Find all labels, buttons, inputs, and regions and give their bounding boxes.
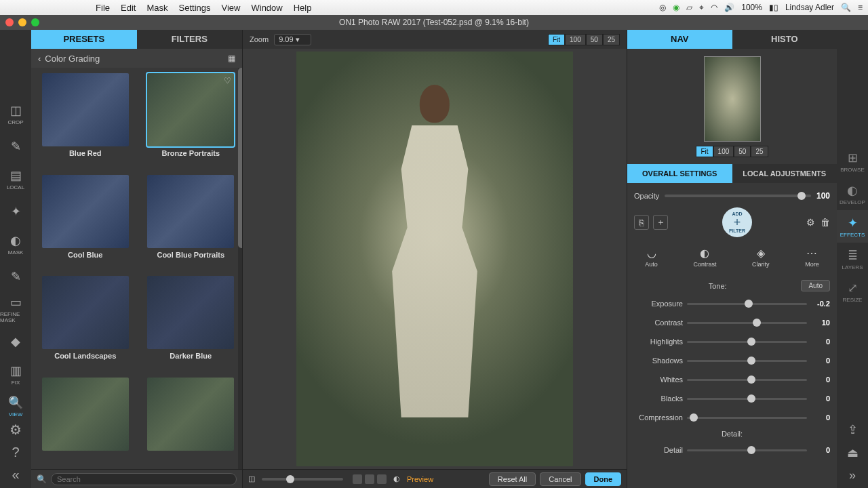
thumbnail-size-slider[interactable] (262, 478, 343, 481)
tool-LOCAL[interactable]: ▤LOCAL (0, 163, 31, 195)
tab-nav[interactable]: NAV (627, 30, 732, 49)
collapse-left-icon[interactable]: « (12, 467, 19, 483)
view-mode-icon[interactable] (377, 474, 387, 484)
tool-FIX[interactable]: ▥FIX (0, 358, 31, 390)
airplay-icon[interactable]: ▱ (686, 3, 692, 12)
cancel-button[interactable]: Cancel (540, 472, 580, 486)
zoom-25-button[interactable]: 25 (603, 34, 620, 45)
compare-icon[interactable]: ◫ (248, 474, 255, 483)
zoom-50-button[interactable]: 50 (586, 34, 603, 45)
blacks-slider[interactable] (687, 398, 807, 400)
breadcrumb[interactable]: ‹ Color Grading ▦ (31, 49, 242, 68)
add-icon[interactable]: ＋ (653, 215, 668, 230)
tool-REFINE MASK[interactable]: ▭REFINE MASK (0, 293, 31, 325)
wifi-icon[interactable]: ◠ (711, 3, 717, 12)
zoom-50-button[interactable]: 50 (734, 146, 751, 157)
add-filter-button[interactable]: ADD+FILTER (722, 207, 752, 237)
contrast-slider[interactable] (687, 322, 807, 324)
main-photo[interactable] (296, 52, 573, 466)
menu-mask[interactable]: Mask (146, 3, 167, 13)
module-develop[interactable]: ◐DEVELOP (837, 178, 868, 210)
status-icon[interactable]: ◎ (659, 3, 666, 12)
tab-local-adjustments[interactable]: LOCAL ADJUSTMENTS (732, 164, 837, 183)
zoom-fit-button[interactable]: Fit (548, 34, 565, 45)
tab-filters[interactable]: FILTERS (137, 30, 243, 49)
export-icon[interactable]: ⏏ (847, 445, 859, 460)
delete-icon[interactable]: 🗑 (821, 217, 830, 228)
search-input[interactable] (51, 473, 237, 485)
module-resize[interactable]: ⤢RESIZE (837, 275, 868, 308)
exposure-slider[interactable] (687, 303, 807, 305)
tool-edit[interactable]: ✎ (0, 130, 31, 163)
preset-item[interactable]: ♡Bronze Portraits (142, 73, 240, 174)
done-button[interactable]: Done (585, 472, 622, 486)
detail-slider[interactable] (687, 449, 807, 451)
menu-icon[interactable]: ≡ (858, 3, 863, 12)
highlights-slider[interactable] (687, 341, 807, 343)
preset-item[interactable]: Cool Blue Portraits (142, 175, 240, 275)
reset-all-button[interactable]: Reset All (489, 472, 536, 486)
export-icon[interactable]: ⎘ (634, 215, 649, 230)
help-icon[interactable]: ? (12, 445, 19, 460)
whites-slider[interactable] (687, 379, 807, 381)
shadows-slider[interactable] (687, 360, 807, 362)
preview-toggle[interactable]: Preview (407, 475, 433, 483)
settings-gear-icon[interactable]: ⚙ (9, 422, 22, 438)
quick-more[interactable]: ⋯More (805, 247, 819, 268)
menu-edit[interactable]: Edit (121, 3, 136, 13)
view-tool[interactable]: 🔍 VIEW (0, 390, 31, 422)
status-icon[interactable]: ◉ (673, 3, 679, 12)
tab-presets[interactable]: PRESETS (31, 30, 137, 49)
scrollbar[interactable] (238, 68, 242, 469)
menu-window[interactable]: Window (251, 3, 282, 13)
quick-clarity[interactable]: ◈Clarity (752, 247, 770, 268)
menu-view[interactable]: View (222, 3, 241, 13)
close-window-button[interactable] (5, 18, 14, 26)
filter-settings-icon[interactable]: ⚙ (806, 217, 815, 228)
zoom-100-button[interactable]: 100 (713, 146, 734, 157)
zoom-fit-button[interactable]: Fit (696, 146, 713, 157)
quick-auto[interactable]: ◡Auto (645, 247, 658, 268)
zoom-window-button[interactable] (31, 18, 39, 26)
volume-icon[interactable]: 🔊 (724, 3, 734, 12)
preset-item[interactable]: Cool Blue (37, 175, 134, 275)
share-icon[interactable]: ⇪ (848, 422, 858, 437)
grid-view-icon[interactable]: ▦ (228, 54, 235, 63)
tool-CROP[interactable]: ◫CROP (0, 98, 31, 130)
user-name[interactable]: Lindsay Adler (785, 3, 834, 12)
preset-item[interactable]: Darker Blue (142, 276, 240, 376)
menu-settings[interactable]: Settings (179, 3, 211, 13)
module-layers[interactable]: ≣LAYERS (837, 243, 868, 275)
tool-edit[interactable]: ✦ (0, 195, 31, 228)
quick-contrast[interactable]: ◐Contrast (693, 247, 716, 268)
module-browse[interactable]: ⊞BROWSE (837, 145, 868, 178)
tool-edit[interactable]: ◆ (0, 325, 31, 358)
preset-item[interactable] (37, 378, 134, 470)
preset-item[interactable] (142, 378, 240, 470)
mask-view-icon[interactable]: ◐ (393, 474, 400, 483)
preset-item[interactable]: Blue Red (37, 73, 134, 174)
zoom-select[interactable]: 9.09 ▾ (274, 34, 311, 45)
navigator-thumbnail[interactable] (704, 56, 761, 142)
tool-MASK[interactable]: ◐MASK (0, 228, 31, 260)
zoom-100-button[interactable]: 100 (565, 34, 586, 45)
tab-overall-settings[interactable]: OVERALL SETTINGS (627, 164, 732, 183)
view-mode-icon[interactable] (353, 474, 362, 484)
favorite-icon[interactable]: ♡ (224, 76, 231, 85)
back-chevron-icon[interactable]: ‹ (38, 54, 41, 64)
view-mode-icon[interactable] (365, 474, 374, 484)
preset-item[interactable]: Cool Landscapes (37, 276, 134, 376)
spotlight-icon[interactable]: 🔍 (841, 3, 851, 12)
compression-slider[interactable] (687, 417, 807, 419)
menu-help[interactable]: Help (294, 3, 312, 13)
minimize-window-button[interactable] (18, 18, 26, 26)
tone-auto-button[interactable]: Auto (801, 280, 830, 291)
menu-file[interactable]: File (96, 3, 110, 13)
tool-edit[interactable]: ✎ (0, 260, 31, 293)
module-effects[interactable]: ✦EFFECTS (837, 210, 868, 243)
collapse-right-icon[interactable]: » (849, 468, 856, 483)
zoom-25-button[interactable]: 25 (751, 146, 768, 157)
tab-histo[interactable]: HISTO (732, 30, 837, 49)
opacity-slider[interactable] (665, 195, 811, 197)
bluetooth-icon[interactable]: ⌖ (699, 3, 704, 12)
